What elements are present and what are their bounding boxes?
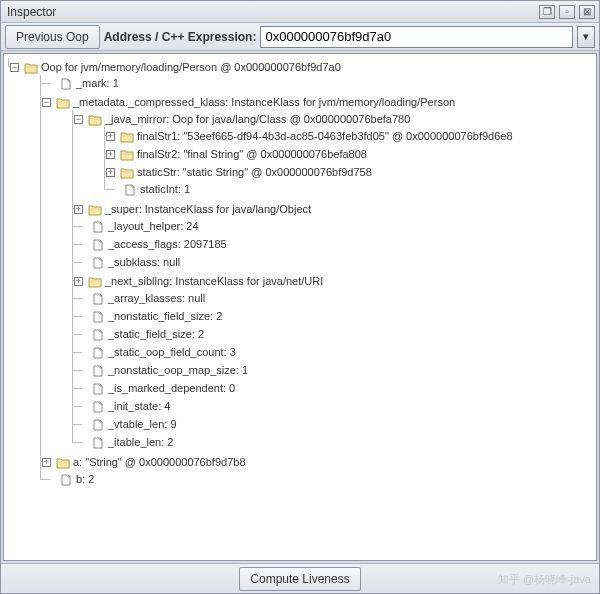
titlebar: Inspector ❐ ▫ ⊠ (1, 1, 599, 23)
file-icon (59, 78, 73, 90)
inspector-window: Inspector ❐ ▫ ⊠ Previous Oop Address / C… (0, 0, 600, 594)
tree-node-label[interactable]: _metadata._compressed_klass: InstanceKla… (73, 95, 455, 110)
tree-node-label[interactable]: _super: InstanceKlass for java/lang/Obje… (105, 202, 311, 217)
expand-handle-icon[interactable]: + (106, 132, 115, 141)
watermark: 知乎 @杨晓峰-java (498, 572, 591, 587)
minimize-icon[interactable]: ▫ (559, 5, 575, 19)
bottom-bar: Compute Liveness 知乎 @杨晓峰-java (1, 563, 599, 593)
folder-icon (120, 149, 134, 161)
folder-icon (56, 97, 70, 109)
folder-icon (120, 167, 134, 179)
tree-node-label[interactable]: _init_state: 4 (108, 399, 170, 414)
file-icon (91, 293, 105, 305)
tree-node-label[interactable]: _layout_helper: 24 (108, 219, 199, 234)
tree-node-label[interactable]: staticInt: 1 (140, 182, 190, 197)
tree-node-label[interactable]: _vtable_len: 9 (108, 417, 177, 432)
address-label: Address / C++ Expression: (104, 30, 257, 44)
file-icon (91, 437, 105, 449)
tree-view[interactable]: − Oop for jvm/memory/loading/Person @ 0x… (3, 53, 597, 561)
tree-node-label[interactable]: _static_field_size: 2 (108, 327, 204, 342)
compute-liveness-button[interactable]: Compute Liveness (239, 567, 360, 591)
collapse-handle-icon[interactable]: − (42, 98, 51, 107)
file-icon (91, 329, 105, 341)
popout-icon[interactable]: ❐ (539, 5, 555, 19)
previous-oop-button[interactable]: Previous Oop (5, 25, 100, 49)
file-icon (123, 184, 137, 196)
tree-node-label[interactable]: _itable_len: 2 (108, 435, 173, 450)
file-icon (91, 239, 105, 251)
file-icon (91, 401, 105, 413)
expand-handle-icon[interactable]: + (106, 150, 115, 159)
tree-node-label[interactable]: _is_marked_dependent: 0 (108, 381, 235, 396)
tree-node-label[interactable]: a: "String" @ 0x000000076bf9d7b8 (73, 455, 246, 470)
tree-node-label[interactable]: _access_flags: 2097185 (108, 237, 227, 252)
folder-icon (120, 131, 134, 143)
tree-node-label[interactable]: finalStr1: "53eef665-df94-4b3d-ac85-0463… (137, 129, 513, 144)
folder-icon (88, 276, 102, 288)
folder-icon (24, 62, 38, 74)
address-dropdown-icon[interactable]: ▾ (577, 26, 595, 48)
file-icon (91, 221, 105, 233)
tree-node-label[interactable]: _next_sibling: InstanceKlass for java/ne… (105, 274, 323, 289)
tree-node-label[interactable]: _mark: 1 (76, 76, 119, 91)
address-input[interactable] (260, 26, 573, 48)
tree-node-label[interactable]: staticStr: "static String" @ 0x000000076… (137, 165, 372, 180)
folder-icon (88, 114, 102, 126)
expand-handle-icon[interactable]: + (106, 168, 115, 177)
expand-handle-icon[interactable]: + (74, 205, 83, 214)
window-title: Inspector (5, 5, 539, 19)
tree-node-label[interactable]: _array_klasses: null (108, 291, 205, 306)
tree-node-label[interactable]: _nonstatic_oop_map_size: 1 (108, 363, 248, 378)
file-icon (91, 347, 105, 359)
folder-icon (88, 204, 102, 216)
folder-icon (56, 457, 70, 469)
tree-node-label[interactable]: finalStr2: "final String" @ 0x000000076b… (137, 147, 367, 162)
collapse-handle-icon[interactable]: − (10, 63, 19, 72)
file-icon (91, 257, 105, 269)
file-icon (91, 419, 105, 431)
tree-node-label[interactable]: b: 2 (76, 472, 94, 487)
tree-node-label[interactable]: Oop for jvm/memory/loading/Person @ 0x00… (41, 60, 341, 75)
tree-node-label[interactable]: _nonstatic_field_size: 2 (108, 309, 222, 324)
file-icon (91, 383, 105, 395)
close-icon[interactable]: ⊠ (579, 5, 595, 19)
collapse-handle-icon[interactable]: − (74, 115, 83, 124)
toolbar: Previous Oop Address / C++ Expression: ▾ (1, 23, 599, 51)
tree-node-label[interactable]: _subklass: null (108, 255, 180, 270)
tree-node-label[interactable]: _java_mirror: Oop for java/lang/Class @ … (105, 112, 410, 127)
tree-node-label[interactable]: _static_oop_field_count: 3 (108, 345, 236, 360)
file-icon (59, 474, 73, 486)
file-icon (91, 311, 105, 323)
expand-handle-icon[interactable]: + (42, 458, 51, 467)
expand-handle-icon[interactable]: + (74, 277, 83, 286)
file-icon (91, 365, 105, 377)
